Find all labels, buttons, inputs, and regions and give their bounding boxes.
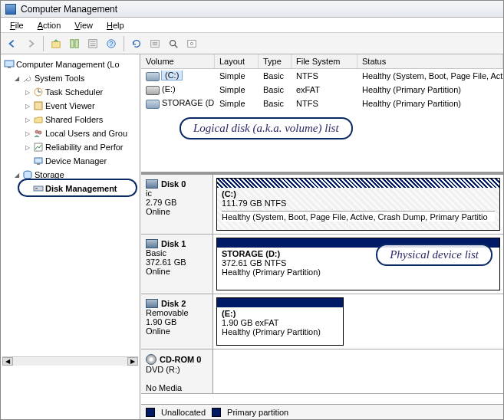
- expand-collapse-icon[interactable]: ▷: [24, 130, 31, 137]
- device-icon: [33, 156, 44, 166]
- volume-row[interactable]: (C:) Simple Basic NTFS Healthy (System, …: [141, 69, 503, 83]
- disk-icon: [146, 239, 158, 248]
- tree-device-manager[interactable]: Device Manager: [2, 154, 138, 168]
- menu-bar: File Action View Help: [1, 18, 503, 33]
- perf-icon: [33, 142, 44, 153]
- toolbar-help-button[interactable]: ?: [103, 35, 120, 52]
- volume-name: STORAGE (D:): [162, 98, 215, 107]
- partition[interactable]: (E:) 1.90 GB exFAT Healthy (Primary Part…: [216, 297, 344, 346]
- disk-type: Basic: [146, 248, 208, 258]
- volume-status: Healthy (Primary Partition): [357, 99, 503, 108]
- menu-file[interactable]: File: [4, 19, 30, 31]
- volume-status: Healthy (Primary Partition): [357, 85, 503, 94]
- tree-shared-folders[interactable]: ▷ Shared Folders: [2, 113, 138, 126]
- disk-meta: Disk 0 ic 2.79 GB Online: [141, 175, 213, 234]
- col-type[interactable]: Type: [259, 54, 292, 68]
- tree-task-scheduler[interactable]: ▷ Task Scheduler: [2, 85, 138, 99]
- toolbar-separator: [43, 36, 44, 51]
- tree-horizontal-scrollbar[interactable]: ◀ ▶: [2, 356, 138, 366]
- col-filesystem[interactable]: File System: [292, 54, 357, 68]
- partition[interactable]: (C:) 111.79 GB NTFS Healthy (System, Boo…: [216, 178, 500, 231]
- disk-row[interactable]: Disk 1 Basic 372.61 GB Online STORAGE (D…: [141, 235, 503, 294]
- disk-type: ic: [146, 189, 208, 198]
- menu-view[interactable]: View: [68, 19, 99, 31]
- tree-label: Local Users and Grou: [45, 129, 127, 138]
- partition-size: 1.90 GB exFAT: [222, 318, 338, 327]
- menu-action[interactable]: Action: [31, 19, 68, 31]
- disk-size: 2.79 GB: [146, 198, 208, 207]
- tree-label: Task Scheduler: [45, 87, 103, 97]
- folder-share-icon: [33, 114, 44, 125]
- svg-line-14: [175, 44, 178, 48]
- legend-swatch-primary: [212, 408, 221, 417]
- expand-collapse-icon[interactable]: ▷: [24, 88, 31, 96]
- tree-storage[interactable]: ◢ Storage: [2, 168, 138, 182]
- tree-disk-management[interactable]: Disk Management: [2, 182, 138, 195]
- volume-name: (E:): [162, 84, 176, 94]
- disk-meta: Disk 2 Removable 1.90 GB Online: [141, 294, 213, 349]
- expand-collapse-icon[interactable]: ▷: [24, 102, 31, 110]
- volume-row[interactable]: (E:) Simple Basic exFAT Healthy (Primary…: [141, 83, 503, 97]
- volume-row[interactable]: STORAGE (D:) Simple Basic NTFS Healthy (…: [141, 97, 503, 110]
- expand-collapse-icon[interactable]: ◢: [13, 171, 21, 179]
- drive-icon: [146, 72, 160, 81]
- scroll-track[interactable]: [13, 357, 127, 366]
- disk-size: 1.90 GB: [146, 317, 208, 326]
- volume-type: Basic: [259, 71, 292, 80]
- col-volume[interactable]: Volume: [141, 54, 215, 68]
- col-status[interactable]: Status: [357, 54, 503, 68]
- disk-status: Online: [146, 207, 208, 216]
- svg-point-24: [38, 131, 41, 134]
- disk-row[interactable]: Disk 0 ic 2.79 GB Online (C:) 111.79 GB …: [141, 175, 503, 235]
- scroll-left-icon[interactable]: ◀: [2, 357, 13, 366]
- toolbar-forward-button[interactable]: [22, 35, 39, 52]
- disk-icon: [146, 179, 158, 189]
- scroll-right-icon[interactable]: ▶: [127, 357, 138, 366]
- tree-root[interactable]: Computer Management (Lo: [2, 57, 138, 71]
- spacer: [24, 157, 31, 165]
- toolbar-settings-button[interactable]: [183, 35, 200, 52]
- disk-row[interactable]: CD-ROM 0 DVD (R:) No Media: [141, 349, 503, 394]
- toolbar-refresh-button[interactable]: [128, 35, 145, 52]
- svg-text:?: ?: [109, 38, 113, 47]
- tree-reliability[interactable]: ▷ Reliability and Perfor: [2, 140, 138, 154]
- expand-collapse-icon[interactable]: ▷: [24, 116, 31, 123]
- removable-drive-icon: [146, 86, 160, 95]
- toolbar-list-button[interactable]: [147, 35, 163, 52]
- volume-name: (C:): [162, 71, 182, 80]
- event-icon: [33, 100, 44, 111]
- svg-rect-27: [37, 163, 40, 165]
- volume-list: Volume Layout Type File System Status (C…: [141, 54, 503, 175]
- toolbar-find-button[interactable]: [165, 35, 182, 52]
- partition-header: [217, 179, 499, 188]
- computer-icon: [4, 59, 15, 70]
- disk-name: CD-ROM 0: [160, 355, 201, 364]
- partition[interactable]: STORAGE (D:) 372.61 GB NTFS Healthy (Pri…: [216, 238, 500, 290]
- toolbar-properties-button[interactable]: [84, 35, 101, 52]
- users-icon: [33, 128, 44, 139]
- partition-size: 111.79 GB NTFS: [222, 199, 495, 208]
- expand-collapse-icon[interactable]: ▷: [24, 143, 31, 151]
- menu-help[interactable]: Help: [100, 19, 130, 31]
- cdrom-icon: [146, 354, 156, 365]
- disk-status: Online: [146, 267, 208, 276]
- tree-local-users[interactable]: ▷ Local Users and Grou: [2, 126, 138, 140]
- legend-label: Primary partition: [227, 408, 288, 417]
- toolbar-back-button[interactable]: [4, 35, 21, 52]
- disk-row[interactable]: Disk 2 Removable 1.90 GB Online (E:) 1.9…: [141, 294, 503, 349]
- toolbar-up-button[interactable]: [48, 35, 64, 52]
- disk-status: Online: [146, 326, 208, 336]
- col-layout[interactable]: Layout: [215, 54, 259, 68]
- volume-layout: Simple: [215, 85, 259, 94]
- window-titlebar: Computer Management: [1, 1, 503, 18]
- nav-tree[interactable]: Computer Management (Lo ◢ System Tools ▷…: [1, 54, 140, 419]
- tree-label: Event Viewer: [45, 101, 95, 110]
- expand-collapse-icon[interactable]: ◢: [13, 74, 21, 82]
- toolbar-show-hide-button[interactable]: [66, 35, 83, 52]
- tree-system-tools[interactable]: ◢ System Tools: [2, 71, 138, 85]
- partition-health: Healthy (Primary Partition): [222, 267, 495, 277]
- tree-event-viewer[interactable]: ▷ Event Viewer: [2, 99, 138, 113]
- volume-fs: NTFS: [292, 99, 357, 108]
- drive-icon: [146, 100, 160, 109]
- partition-label: STORAGE (D:): [222, 249, 495, 258]
